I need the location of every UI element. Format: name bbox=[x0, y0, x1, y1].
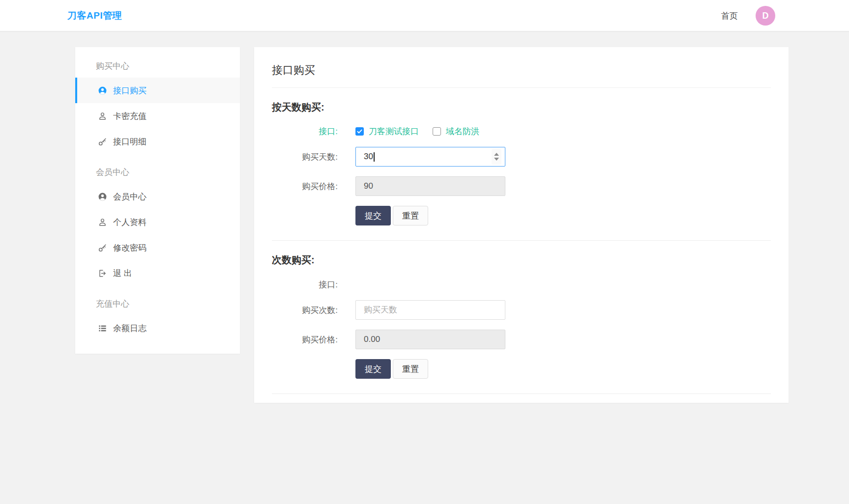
spinner-up-icon[interactable] bbox=[494, 153, 499, 156]
sidebar-item-api-purchase[interactable]: 接口购买 bbox=[75, 78, 240, 103]
count-price-row: 购买价格: bbox=[272, 330, 771, 349]
section-divider bbox=[272, 240, 771, 241]
checkbox-label[interactable]: 刀客测试接口 bbox=[369, 126, 419, 137]
days-row: 购买天数: 30 bbox=[272, 147, 771, 167]
app-header: 刀客API管理 首页 D bbox=[0, 0, 849, 31]
days-number-input[interactable]: 30 bbox=[355, 147, 505, 167]
count-reset-button[interactable]: 重置 bbox=[393, 359, 428, 379]
count-row: 购买次数: bbox=[272, 300, 771, 320]
header-right: 首页 D bbox=[721, 0, 775, 31]
sidebar-section-recharge-center: 充值中心 bbox=[75, 293, 240, 315]
sidebar: 购买中心 接口购买 卡密充值 接口明细 会员中心 会员中心 个人资料 bbox=[75, 47, 240, 354]
api-select-row: 接口: 刀客测试接口 域名防洪 bbox=[272, 126, 771, 137]
nav-home-link[interactable]: 首页 bbox=[721, 10, 738, 22]
sidebar-item-profile[interactable]: 个人资料 bbox=[75, 209, 240, 235]
sidebar-item-label: 修改密码 bbox=[113, 242, 146, 253]
sidebar-item-label: 个人资料 bbox=[113, 217, 146, 228]
sidebar-item-label: 接口明细 bbox=[113, 136, 146, 147]
checkbox-label[interactable]: 域名防洪 bbox=[446, 126, 479, 137]
day-section-heading: 按天数购买: bbox=[272, 101, 771, 114]
price-label: 购买价格: bbox=[272, 334, 338, 345]
sidebar-item-card-recharge[interactable]: 卡密充值 bbox=[75, 103, 240, 129]
price-label: 购买价格: bbox=[272, 181, 338, 192]
avatar-letter: D bbox=[762, 11, 769, 21]
user-circle-icon bbox=[98, 86, 107, 95]
brand-title[interactable]: 刀客API管理 bbox=[67, 9, 122, 22]
count-submit-button[interactable]: 提交 bbox=[355, 359, 391, 379]
user-outline-icon bbox=[98, 218, 107, 227]
day-price-row: 购买价格: bbox=[272, 176, 771, 196]
user-avatar[interactable]: D bbox=[756, 6, 775, 26]
key-icon bbox=[98, 137, 107, 146]
day-submit-button[interactable]: 提交 bbox=[355, 206, 391, 225]
sidebar-section-member-center: 会员中心 bbox=[75, 161, 240, 184]
day-buttons-row: 提交 重置 bbox=[272, 206, 771, 227]
page-title: 接口购买 bbox=[272, 47, 771, 88]
sign-out-icon bbox=[98, 269, 107, 278]
checkbox-checked-icon[interactable] bbox=[355, 127, 364, 136]
days-label: 购买天数: bbox=[272, 151, 338, 163]
sidebar-item-label: 余额日志 bbox=[113, 323, 146, 334]
spinner-down-icon[interactable] bbox=[494, 158, 499, 161]
count-input[interactable] bbox=[355, 300, 505, 320]
count-section-heading: 次数购买: bbox=[272, 253, 771, 267]
sidebar-item-api-details[interactable]: 接口明细 bbox=[75, 129, 240, 154]
api-label: 接口: bbox=[272, 279, 338, 290]
days-value: 30 bbox=[364, 152, 373, 162]
sidebar-item-member-center[interactable]: 会员中心 bbox=[75, 184, 240, 209]
list-icon bbox=[98, 324, 107, 333]
number-spinner[interactable] bbox=[492, 149, 501, 165]
count-api-row: 接口: bbox=[272, 279, 771, 290]
sidebar-item-label: 退 出 bbox=[113, 268, 132, 279]
api-purchase-card: 接口购买 按天数购买: 接口: 刀客测试接口 域名防洪 购买天数: 30 bbox=[254, 47, 789, 403]
user-outline-icon bbox=[98, 112, 107, 121]
checkbox-unchecked-icon[interactable] bbox=[433, 127, 441, 136]
checkbox-option-domain-flood[interactable]: 域名防洪 bbox=[433, 126, 479, 137]
api-checkbox-group: 刀客测试接口 域名防洪 bbox=[355, 126, 493, 137]
count-price-input[interactable] bbox=[355, 330, 505, 349]
sidebar-item-change-password[interactable]: 修改密码 bbox=[75, 235, 240, 260]
user-circle-icon bbox=[98, 192, 107, 201]
day-reset-button[interactable]: 重置 bbox=[393, 206, 428, 225]
count-buttons-row: 提交 重置 bbox=[272, 359, 771, 381]
sidebar-item-balance-log[interactable]: 余额日志 bbox=[75, 315, 240, 341]
sidebar-item-label: 接口购买 bbox=[113, 85, 146, 96]
card-bottom-divider bbox=[272, 393, 771, 394]
api-label: 接口: bbox=[272, 126, 338, 137]
sidebar-section-purchase-center: 购买中心 bbox=[75, 55, 240, 78]
sidebar-item-label: 卡密充值 bbox=[113, 111, 146, 122]
checkbox-option-test-api[interactable]: 刀客测试接口 bbox=[355, 126, 419, 137]
sidebar-item-logout[interactable]: 退 出 bbox=[75, 260, 240, 286]
day-price-input[interactable] bbox=[355, 176, 505, 196]
text-caret bbox=[374, 152, 375, 162]
count-label: 购买次数: bbox=[272, 305, 338, 316]
key-icon bbox=[98, 243, 107, 252]
sidebar-item-label: 会员中心 bbox=[113, 191, 146, 202]
